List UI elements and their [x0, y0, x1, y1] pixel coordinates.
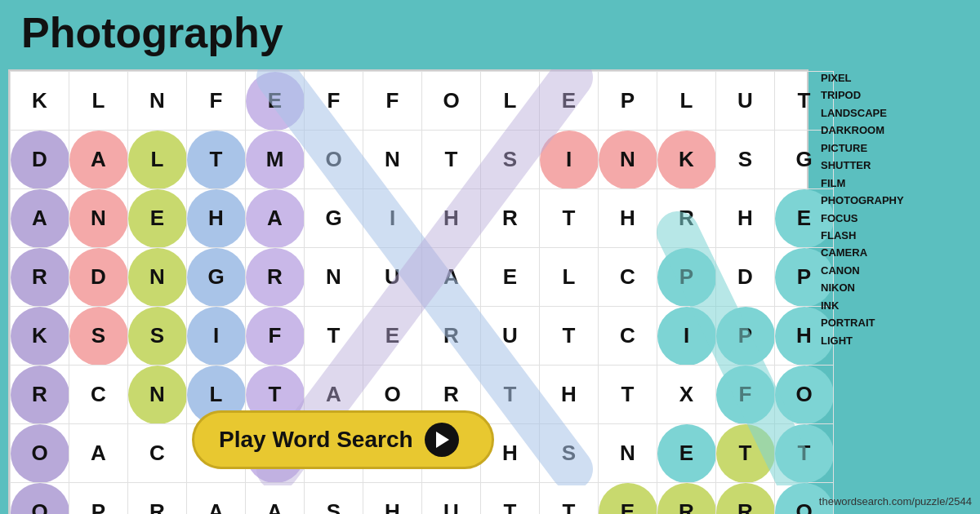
- word-list-item: LANDSCAPE: [821, 104, 968, 122]
- grid-cell: O: [422, 72, 481, 131]
- grid-cell: U: [716, 72, 775, 131]
- word-list-item: NIKON: [821, 279, 968, 296]
- grid-cell: S: [69, 307, 128, 366]
- word-list-item: TRIPOD: [821, 86, 968, 104]
- grid-cell: E: [540, 72, 599, 131]
- word-list-item: CANON: [821, 262, 968, 279]
- grid-cell: P: [599, 72, 657, 131]
- grid-cell: C: [599, 248, 657, 307]
- grid-cell: N: [305, 248, 363, 307]
- grid-cell: E: [599, 483, 657, 515]
- grid-cell: U: [363, 248, 422, 307]
- grid-cell: L: [540, 248, 599, 307]
- grid-cell: R: [11, 248, 69, 307]
- grid-cell: A: [422, 248, 481, 307]
- grid-cell: E: [363, 307, 422, 366]
- grid-cell: L: [657, 72, 716, 131]
- grid-cell: U: [422, 483, 481, 515]
- grid-cell: E: [128, 189, 187, 248]
- grid-cell: E: [481, 248, 540, 307]
- grid-cell: I: [657, 307, 716, 366]
- grid-cell: T: [422, 131, 481, 189]
- grid-cell: I: [187, 307, 246, 366]
- word-list-item: PHOTOGRAPHY: [821, 192, 968, 209]
- grid-cell: T: [187, 131, 246, 189]
- grid-cell: M: [246, 131, 305, 189]
- word-list-item: PORTRAIT: [821, 314, 968, 331]
- grid-cell: K: [11, 307, 69, 366]
- grid-cell: R: [481, 189, 540, 248]
- grid-cell: P: [716, 307, 775, 366]
- grid-cell: N: [128, 72, 187, 131]
- grid-cell: F: [187, 72, 246, 131]
- word-list-item: FLASH: [821, 227, 968, 244]
- grid-cell: H: [599, 189, 657, 248]
- word-list-item: FILM: [821, 175, 968, 192]
- grid-cell: T: [775, 424, 834, 483]
- grid-cell: C: [599, 307, 657, 366]
- word-list-item: DARKROOM: [821, 122, 968, 139]
- grid-cell: H: [363, 483, 422, 515]
- grid-cell: A: [246, 483, 305, 515]
- word-list-item: PIXEL: [821, 69, 968, 86]
- grid-cell: A: [187, 483, 246, 515]
- grid-cell: C: [128, 424, 187, 483]
- grid-cell: S: [128, 307, 187, 366]
- grid-cell: L: [481, 72, 540, 131]
- grid-cell: A: [69, 131, 128, 189]
- word-list-item: CAMERA: [821, 244, 968, 261]
- grid-cell: R: [246, 248, 305, 307]
- grid-cell: K: [11, 72, 69, 131]
- grid-cell: P: [657, 248, 716, 307]
- word-list-item: PICTURE: [821, 140, 968, 157]
- grid-cell: L: [69, 72, 128, 131]
- grid-cell: H: [540, 366, 599, 424]
- grid-cell: A: [11, 189, 69, 248]
- grid-cell: R: [128, 483, 187, 515]
- grid-cell: C: [69, 366, 128, 424]
- grid-cell: L: [128, 131, 187, 189]
- grid-cell: F: [716, 366, 775, 424]
- grid-cell: O: [305, 131, 363, 189]
- word-list-item: INK: [821, 297, 968, 314]
- grid-cell: R: [11, 366, 69, 424]
- grid-cell: T: [305, 307, 363, 366]
- grid-cell: N: [128, 248, 187, 307]
- grid-cell: O: [11, 424, 69, 483]
- word-list-item: SHUTTER: [821, 157, 968, 174]
- grid-cell: X: [657, 366, 716, 424]
- word-list-item: FOCUS: [821, 210, 968, 227]
- grid-cell: N: [69, 189, 128, 248]
- play-word-search-button[interactable]: Play Word Search: [192, 410, 494, 469]
- grid-cell: E: [657, 424, 716, 483]
- grid-cell: O: [11, 483, 69, 515]
- grid-cell: G: [305, 189, 363, 248]
- grid-cell: T: [540, 307, 599, 366]
- grid-cell: S: [481, 131, 540, 189]
- grid-cell: T: [481, 483, 540, 515]
- grid-cell: R: [657, 189, 716, 248]
- grid-cell: T: [716, 424, 775, 483]
- grid-cell: E: [246, 72, 305, 131]
- grid-cell: G: [187, 248, 246, 307]
- grid-cell: N: [599, 424, 657, 483]
- play-triangle-icon: [436, 432, 449, 448]
- grid-cell: A: [246, 189, 305, 248]
- grid-cell: S: [540, 424, 599, 483]
- grid-cell: D: [11, 131, 69, 189]
- url-credit: thewordsearch.com/puzzle/2544: [819, 495, 972, 507]
- grid-cell: T: [540, 189, 599, 248]
- grid-cell: H: [422, 189, 481, 248]
- grid-cell: U: [481, 307, 540, 366]
- grid-cell: N: [363, 131, 422, 189]
- grid-cell: S: [716, 131, 775, 189]
- grid-cell: N: [128, 366, 187, 424]
- page-title: Photography: [21, 8, 283, 57]
- grid-cell: I: [540, 131, 599, 189]
- grid-cell: R: [422, 307, 481, 366]
- grid-cell: A: [69, 424, 128, 483]
- grid-cell: F: [246, 307, 305, 366]
- grid-cell: H: [716, 189, 775, 248]
- grid-cell: R: [657, 483, 716, 515]
- play-icon: [425, 423, 459, 457]
